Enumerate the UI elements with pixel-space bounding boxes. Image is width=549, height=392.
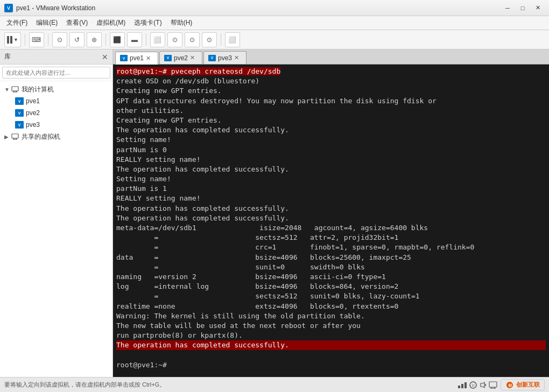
menu-tab[interactable]: 选项卡(T) [130, 17, 166, 29]
sidebar-item-pve1[interactable]: V pve1 [0, 95, 112, 107]
svg-rect-8 [458, 386, 460, 388]
sidebar-tree: ▼ 我的计算机 V pve1 V pve2 [0, 81, 112, 377]
clock-icon: ⊙ [57, 36, 62, 44]
sidebar-close-button[interactable]: ✕ [102, 53, 108, 61]
tab-pve2-close[interactable]: ✕ [190, 54, 195, 61]
svg-rect-10 [464, 382, 467, 388]
main-content: 库 ✕ ▼ 我的计算机 V [0, 49, 549, 377]
window-title: pve1 - VMware Workstation [16, 4, 501, 12]
title-bar: V pve1 - VMware Workstation ─ □ ✕ [0, 0, 549, 16]
snapshot2-button[interactable]: ⊛ [87, 32, 102, 47]
display-status-icon [489, 381, 497, 389]
vm-area: V pve1 ✕ V pve2 ✕ V pve3 ✕ root@pve1:~# … [113, 49, 549, 377]
separator-1 [25, 34, 25, 46]
result-highlight: The operation has completed successfully… [116, 340, 546, 350]
my-computer-label: 我的计算机 [22, 85, 54, 94]
audio-button[interactable]: ⊙ [185, 32, 200, 47]
separator-2 [48, 34, 48, 46]
menu-bar: 文件(F) 编辑(E) 查看(V) 虚拟机(M) 选项卡(T) 帮助(H) [0, 16, 549, 30]
toolbar: ▼ ⌨ ⊙ ↺ ⊛ ⬛ ▬ ⬜ ⊙ ⊙ ⊙ ⬜ [0, 30, 549, 49]
svg-text:U: U [471, 383, 474, 387]
status-text: 要将输入定向到该虚拟机，请在虚拟机内部单击或按 Ctrl+G。 [4, 381, 165, 389]
audio-icon: ⊙ [189, 36, 195, 44]
pve1-label: pve1 [26, 97, 40, 105]
sidebar: 库 ✕ ▼ 我的计算机 V [0, 49, 113, 377]
computer-icon [11, 85, 19, 93]
snapshot-button[interactable]: ⊙ [52, 32, 67, 47]
maximize-button[interactable]: □ [516, 3, 530, 13]
command-highlight: root@pve1:~# pveceph createosd /dev/sdb [116, 67, 280, 75]
watermark: 创 创新互联 [501, 379, 545, 390]
svg-text:创: 创 [508, 383, 512, 387]
status-bar: 要将输入定向到该虚拟机，请在虚拟机内部单击或按 Ctrl+G。 U [0, 377, 549, 392]
svg-marker-13 [481, 382, 484, 388]
usb-status-icon: U [469, 381, 477, 389]
search-input[interactable] [2, 67, 110, 79]
menu-edit[interactable]: 编辑(E) [32, 17, 62, 29]
menu-help[interactable]: 帮助(H) [166, 17, 197, 29]
network-icon: ⬜ [153, 36, 161, 44]
keyboard-icon: ⌨ [32, 36, 41, 44]
expand-arrow: ▼ [4, 87, 11, 92]
tab-pve2-label: pve2 [174, 54, 188, 62]
terminal-content: root@pve1:~# pveceph createosd /dev/sdb … [116, 67, 546, 370]
vm-icon-pve2: V [15, 109, 24, 117]
tab-pve2-icon: V [164, 55, 172, 61]
svg-rect-9 [461, 384, 463, 388]
unity-button[interactable]: ▬ [127, 32, 142, 47]
sidebar-search-container [0, 65, 112, 81]
sidebar-header: 库 ✕ [0, 49, 112, 65]
svg-rect-4 [12, 134, 18, 138]
stretch-button[interactable]: ⬜ [225, 32, 240, 47]
svg-rect-0 [12, 87, 18, 91]
status-right: U 创 创新互联 [458, 379, 545, 390]
sidebar-item-pve3[interactable]: V pve3 [0, 119, 112, 131]
menu-view[interactable]: 查看(V) [62, 17, 92, 29]
display-button[interactable]: ⊙ [202, 32, 217, 47]
svg-rect-16 [489, 382, 497, 387]
sidebar-title: 库 [4, 52, 11, 61]
shared-label: 共享的虚拟机 [22, 132, 60, 141]
vm-icon-pve3: V [15, 121, 24, 129]
revert-icon: ↺ [74, 36, 80, 44]
minimize-button[interactable]: ─ [501, 3, 515, 13]
sidebar-item-pve2[interactable]: V pve2 [0, 107, 112, 119]
unity-icon: ▬ [131, 36, 138, 44]
separator-5 [221, 34, 221, 46]
tab-pve1-icon: V [120, 55, 128, 61]
close-button[interactable]: ✕ [531, 3, 545, 13]
revert-button[interactable]: ↺ [69, 32, 85, 47]
pause-icon [7, 36, 12, 44]
pause-button[interactable]: ▼ [4, 32, 21, 47]
network-button[interactable]: ⬜ [150, 32, 165, 47]
sidebar-item-shared[interactable]: ▶ 共享的虚拟机 [0, 131, 112, 142]
tab-bar: V pve1 ✕ V pve2 ✕ V pve3 ✕ [113, 49, 549, 65]
menu-file[interactable]: 文件(F) [2, 17, 32, 29]
send-ctrl-alt-del-button[interactable]: ⌨ [29, 32, 44, 47]
svg-line-15 [485, 385, 486, 386]
stretch-icon: ⬜ [228, 36, 236, 44]
tab-pve3-label: pve3 [218, 54, 232, 62]
usb-button[interactable]: ⊙ [167, 32, 182, 47]
network-status-icon [458, 381, 467, 389]
tab-pve1[interactable]: V pve1 ✕ [115, 52, 158, 65]
tab-pve2[interactable]: V pve2 ✕ [159, 51, 202, 64]
window-controls: ─ □ ✕ [501, 3, 545, 13]
fullscreen-button[interactable]: ⬛ [110, 32, 125, 47]
tab-pve3-icon: V [208, 55, 216, 61]
sidebar-item-my-computer[interactable]: ▼ 我的计算机 [0, 83, 112, 95]
watermark-icon: 创 [505, 381, 514, 389]
app-icon: V [4, 4, 13, 12]
watermark-text: 创新互联 [516, 381, 540, 389]
tab-pve3[interactable]: V pve3 ✕ [203, 51, 247, 64]
terminal[interactable]: root@pve1:~# pveceph createosd /dev/sdb … [113, 65, 549, 377]
separator-4 [146, 34, 146, 46]
tab-pve1-close[interactable]: ✕ [146, 55, 151, 62]
shared-expand-arrow: ▶ [4, 134, 11, 140]
display-icon: ⊙ [207, 36, 212, 44]
audio-status-icon [479, 381, 487, 389]
snapshot2-icon: ⊛ [92, 36, 97, 44]
tab-pve3-close[interactable]: ✕ [234, 54, 239, 61]
separator-3 [105, 34, 106, 46]
menu-vm[interactable]: 虚拟机(M) [92, 17, 130, 29]
